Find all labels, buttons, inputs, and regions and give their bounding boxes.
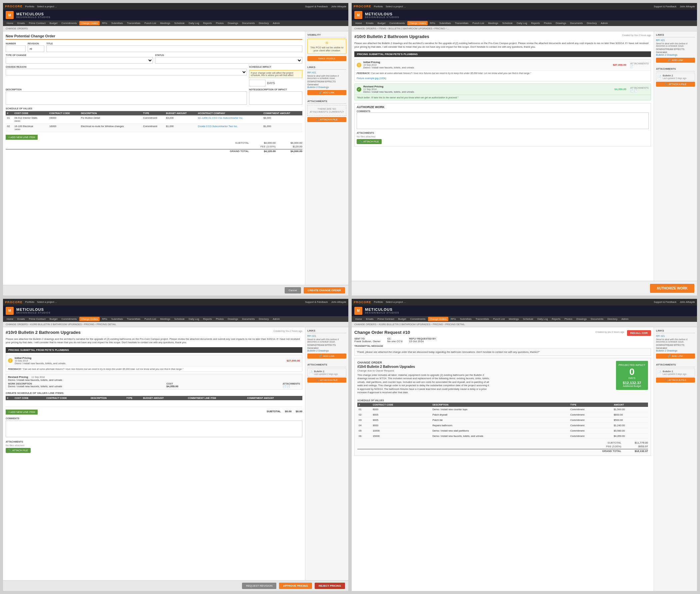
nav-drawings-1[interactable]: Drawings [226,21,240,25]
nav-documents-2[interactable]: Documents [568,21,584,25]
topbar-portfolio-1[interactable]: Portfolio [25,5,35,8]
support-link-2[interactable]: Support & Feedback [654,5,676,8]
nav-commitments-1[interactable]: Commitments [60,21,78,25]
nav-rfis-1[interactable]: RFIs [100,21,109,25]
nav-emails-4[interactable]: Emails [364,317,375,321]
nav-submittals-1[interactable]: Submittals [110,21,125,25]
rfi-link-4[interactable]: RFI #21 [656,334,695,337]
nav-emails-2[interactable]: Emails [364,21,375,25]
authorize-work-btn[interactable]: AUTHORIZE WoRK [650,284,694,293]
nav-dailylog-2[interactable]: Daily Log [515,21,529,25]
support-link-4[interactable]: Support & Feedback [654,300,676,303]
nav-meetings-1[interactable]: Meetings [158,21,172,25]
bulletin-link-2[interactable]: Bulletin 2 Drawings [656,53,695,56]
nav-emails-3[interactable]: Emails [16,317,27,321]
bulletin-link-4[interactable]: Bulletin 2 Drawings [656,349,695,352]
request-revision-btn[interactable]: REQUEST REVISION [242,583,276,589]
recall-btn[interactable]: RECALL COR [627,330,651,336]
nav-admin-1[interactable]: Admin [271,21,281,25]
topbar-project-2[interactable]: Select a project ... [386,5,406,8]
nav-admin-3[interactable]: Admin [271,317,281,321]
nav-reports-1[interactable]: Reports [201,21,213,25]
type-select[interactable] [6,57,153,64]
nav-meetings-2[interactable]: Meetings [486,21,500,25]
nav-prime-1[interactable]: Prime Contract [27,21,47,25]
nav-schedule-2[interactable]: Schedule [501,21,514,25]
fixture-file-2[interactable]: Fixture example.jpg (102k) [355,77,651,81]
rfi-link-3[interactable]: RFI #21 [307,334,346,337]
approve-pricing-btn[interactable]: APPROVE PRICING [279,583,312,589]
nav-changeorders-4[interactable]: Change Orders [428,317,448,321]
nav-drawings-3[interactable]: Drawings [226,317,240,321]
nav-submittals-3[interactable]: Submittals [110,317,125,321]
user-name-1[interactable]: John Athayde [331,5,346,8]
nav-photos-1[interactable]: Photos [214,21,225,25]
nav-photos-2[interactable]: Photos [542,21,553,25]
attach-btn-2[interactable]: 📎 ATTACH FILE [357,139,382,144]
nav-commitments-3[interactable]: Commitments [60,317,78,321]
nav-documents-1[interactable]: Documents [240,21,256,25]
topbar-portfolio-4[interactable]: Portfolio [374,300,383,303]
nav-home-3[interactable]: Home [5,317,15,321]
create-co-btn[interactable]: CREATE CHANGE ORDER [304,287,345,294]
nav-punch-4[interactable]: Punch List [491,317,506,321]
nav-transmittals-2[interactable]: Transmittals [453,21,470,25]
nav-home-1[interactable]: Home [5,21,15,25]
nav-schedule-4[interactable]: Schedule [521,317,535,321]
topbar-project-4[interactable]: Select a project ... [386,300,406,303]
nav-punch-3[interactable]: Punch List [143,317,158,321]
support-link-1[interactable]: Support & Feedback [305,5,328,8]
reject-pricing-btn[interactable]: REJECT PRICING [315,583,345,589]
nav-home-2[interactable]: Home [354,21,364,25]
days-input[interactable] [249,80,266,87]
title-input[interactable] [46,45,302,52]
nav-rfis-3[interactable]: RFIs [100,317,109,321]
nav-dailylog-1[interactable]: Daily Log [187,21,201,25]
attach-file-btn-4[interactable]: 📎 ATTACH A FILE [656,377,695,383]
nav-meetings-4[interactable]: Meetings [507,317,520,321]
nav-rfis-4[interactable]: RFIs [449,317,458,321]
nav-drawings-2[interactable]: Drawings [554,21,568,25]
nav-punch-1[interactable]: Punch List [143,21,158,25]
support-link-3[interactable]: Support & Feedback [305,300,328,303]
nav-schedule-3[interactable]: Schedule [173,317,186,321]
nav-photos-3[interactable]: Photos [214,317,225,321]
rfi-link-1[interactable]: RFI #21 [307,71,346,74]
add-link-btn-4[interactable]: 🔗 ADD LINK [656,354,695,359]
reason-select[interactable] [6,69,247,75]
nav-reports-2[interactable]: Reports [529,21,541,25]
nav-submittals-4[interactable]: Submittals [458,317,473,321]
bulletin-link-1[interactable]: Bulletin 2 Drawings [307,86,346,89]
nav-documents-3[interactable]: Documents [240,317,256,321]
notes-input[interactable] [249,91,302,105]
nav-rfis-2[interactable]: RFIs [428,21,437,25]
user-name-2[interactable]: John Athayde [680,5,695,8]
rfi-link-2[interactable]: RFI #21 [656,39,695,42]
bulletin-link-3[interactable]: Bulletin 2 Drawings [307,349,346,352]
add-link-btn-3[interactable]: 🔗 ADD LINK [307,354,346,359]
attach-file-btn-3[interactable]: 📎 ATTACH A FILE [307,377,346,383]
nav-submittals-2[interactable]: Submittals [438,21,453,25]
comments-input-2[interactable] [357,112,649,129]
add-link-btn-1[interactable]: 🔗 ADD LINK [307,90,346,95]
description-input[interactable] [6,91,247,105]
attach-file-btn-2[interactable]: 📎 ATTACH A FILE [656,82,695,87]
user-name-3[interactable]: John Athayde [331,300,346,303]
nav-directory-4[interactable]: Directory [606,317,619,321]
topbar-portfolio-2[interactable]: Portfolio [374,5,383,8]
nav-meetings-3[interactable]: Meetings [158,317,172,321]
nav-transmittals-3[interactable]: Transmittals [125,317,142,321]
comments-input-3[interactable] [6,421,302,437]
nav-punch-2[interactable]: Punch List [471,21,486,25]
nav-dailylog-3[interactable]: Daily Log [187,317,201,321]
add-line-btn-1[interactable]: + ADD NEW LINE ITEM [6,135,38,140]
user-name-4[interactable]: John Athayde [680,300,695,303]
status-select[interactable] [155,57,302,64]
nav-transmittals-1[interactable]: Transmittals [125,21,142,25]
topbar-project-1[interactable]: Select a project ... [37,5,57,8]
nav-directory-1[interactable]: Directory [257,21,270,25]
nav-budget-3[interactable]: Budget [48,317,59,321]
nav-prime-4[interactable]: Prime Contract [376,317,396,321]
nav-commitments-2[interactable]: Commitments [388,21,406,25]
nav-reports-4[interactable]: Reports [550,317,562,321]
